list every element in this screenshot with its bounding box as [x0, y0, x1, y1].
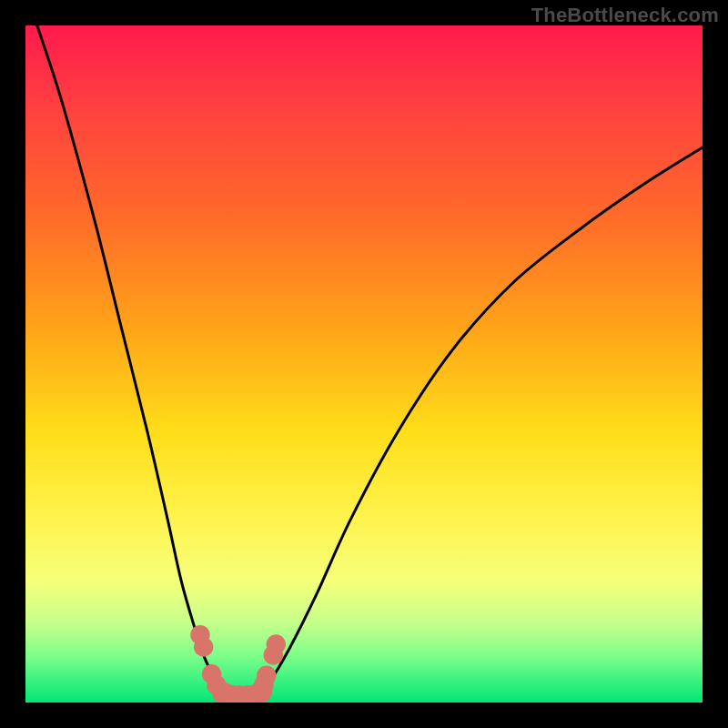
chart-svg	[25, 25, 703, 703]
watermark-text: TheBottleneck.com	[531, 4, 719, 27]
data-marker	[257, 666, 276, 685]
data-marker	[267, 634, 286, 653]
chart-plot-area	[25, 25, 703, 703]
markers-group	[190, 625, 286, 703]
left-branch-line	[25, 25, 228, 696]
data-marker	[194, 637, 213, 656]
chart-frame: TheBottleneck.com	[0, 0, 728, 728]
right-branch-line	[256, 147, 703, 696]
